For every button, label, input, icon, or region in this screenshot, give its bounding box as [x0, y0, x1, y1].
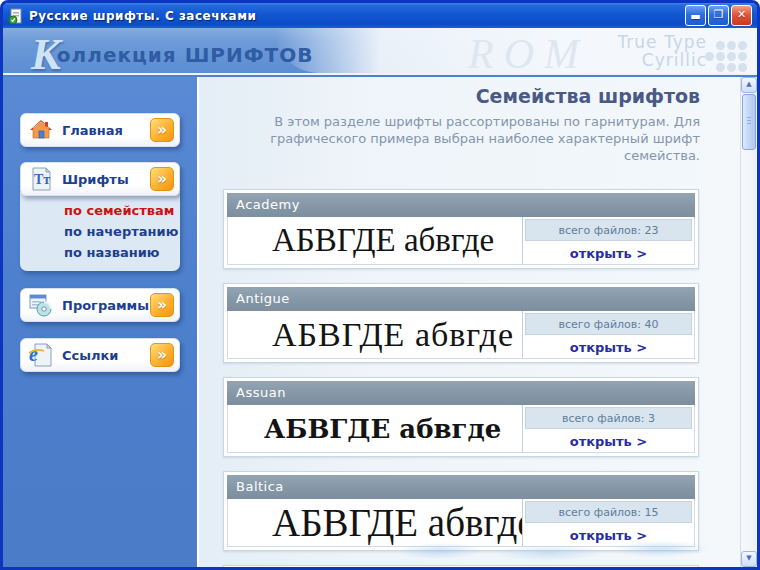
- font-sample: АБВГДЕ абвгде: [228, 217, 522, 264]
- open-link[interactable]: открыть >: [523, 431, 694, 452]
- sidebar-item-links[interactable]: e Ссылки »: [20, 338, 180, 372]
- family-name: Academy: [227, 193, 695, 217]
- arrow-icon[interactable]: »: [150, 293, 174, 317]
- fonts-submenu: по семействам по начертанию по названию: [20, 192, 180, 271]
- scroll-down-icon[interactable]: ▼: [741, 551, 757, 567]
- font-family-card: Academy АБВГДЕ абвгде всего файлов: 23 о…: [223, 189, 699, 269]
- arrow-icon[interactable]: »: [150, 167, 174, 191]
- font-sample: АБВГДЕ абвгде: [228, 405, 522, 452]
- files-count: 23: [645, 224, 659, 237]
- submenu-item-by-name[interactable]: по названию: [64, 242, 180, 263]
- scrollbar-thumb[interactable]: [742, 94, 756, 150]
- family-name: Baltica: [227, 475, 695, 499]
- vertical-scrollbar[interactable]: ▲ ▼: [740, 77, 757, 567]
- sidebar-item-programs[interactable]: Программы »: [20, 288, 180, 322]
- svg-text:Тт: Тт: [34, 172, 50, 187]
- sidebar-item-label: Шрифты: [62, 172, 129, 187]
- files-count: 15: [645, 506, 659, 519]
- title-bar: Русские шрифты. С засечками ▬ ❐ ✕: [3, 3, 757, 28]
- minimize-button[interactable]: ▬: [685, 5, 706, 26]
- files-count-badge: всего файлов: 40: [525, 313, 692, 335]
- maximize-button[interactable]: ❐: [708, 5, 729, 26]
- sidebar-item-home[interactable]: Главная »: [20, 113, 180, 147]
- open-link[interactable]: открыть >: [523, 337, 694, 358]
- app-icon: [8, 8, 24, 24]
- dots-decoration-icon: [705, 41, 751, 72]
- app-body: Главная » Тт Шрифты » п: [3, 77, 757, 567]
- arrow-icon[interactable]: »: [150, 343, 174, 367]
- sidebar-item-label: Ссылки: [62, 348, 118, 363]
- font-family-card: Assuan АБВГДЕ абвгде всего файлов: 3 отк…: [223, 377, 699, 457]
- page-title: Семейства шрифтов: [223, 85, 700, 107]
- submenu-item-by-style[interactable]: по начертанию: [64, 221, 180, 242]
- header-band: ROM True Type Cyrillic Коллекция ШРИФТОВ: [3, 28, 757, 75]
- rom-watermark: ROM: [468, 30, 589, 75]
- font-sample: АБВГДЕ абвгде: [228, 311, 522, 358]
- window-title: Русские шрифты. С засечками: [29, 9, 680, 23]
- home-icon: [28, 117, 54, 143]
- family-name: Antigue: [227, 287, 695, 311]
- cyrillic-line: Cyrillic: [617, 51, 707, 69]
- font-family-card: Antigue АБВГДЕ абвгде всего файлов: 40 о…: [223, 283, 699, 363]
- files-label: всего файлов:: [558, 506, 641, 519]
- page-description: В этом разделе шрифты рассортированы по …: [253, 113, 700, 164]
- open-link[interactable]: открыть >: [523, 243, 694, 264]
- sidebar-item-label: Программы: [62, 298, 149, 313]
- files-count-badge: всего файлов: 3: [525, 407, 692, 429]
- app-window: Русские шрифты. С засечками ▬ ❐ ✕ ROM Tr…: [0, 0, 760, 570]
- close-button[interactable]: ✕: [731, 5, 752, 26]
- arrow-icon[interactable]: »: [150, 118, 174, 142]
- files-count-badge: всего файлов: 23: [525, 219, 692, 241]
- sidebar-nav: Главная » Тт Шрифты » п: [3, 77, 197, 567]
- svg-text:e: e: [29, 343, 38, 365]
- main-content: Семейства шрифтов В этом разделе шрифты …: [197, 77, 740, 567]
- family-name: Assuan: [227, 381, 695, 405]
- programs-icon: [28, 292, 54, 318]
- files-count: 3: [648, 412, 655, 425]
- files-label: всего файлов:: [558, 224, 641, 237]
- sidebar-item-label: Главная: [62, 123, 123, 138]
- open-link[interactable]: открыть >: [523, 525, 694, 546]
- site-logo: Коллекция ШРИФТОВ: [31, 29, 318, 75]
- submenu-item-by-family[interactable]: по семействам: [64, 200, 180, 221]
- files-label: всего файлов:: [558, 318, 641, 331]
- fonts-icon: Тт: [28, 166, 54, 192]
- scroll-up-icon[interactable]: ▲: [741, 77, 757, 93]
- scrollbar-track[interactable]: [741, 93, 757, 551]
- truetype-line: True Type: [617, 33, 707, 51]
- font-family-card: Baltica АБВГДЕ абвгде всего файлов: 15 о…: [223, 471, 699, 551]
- font-family-card-partial: [223, 565, 699, 567]
- links-icon: e: [28, 342, 54, 368]
- sidebar-item-fonts[interactable]: Тт Шрифты »: [20, 162, 180, 196]
- truetype-watermark: True Type Cyrillic: [617, 33, 707, 69]
- files-count-badge: всего файлов: 15: [525, 501, 692, 523]
- window-controls: ▬ ❐ ✕: [685, 5, 752, 26]
- files-label: всего файлов:: [562, 412, 645, 425]
- files-count: 40: [645, 318, 659, 331]
- logo-text: оллекция ШРИФТОВ: [57, 43, 314, 67]
- font-sample: АБВГДЕ абвгде: [228, 499, 522, 546]
